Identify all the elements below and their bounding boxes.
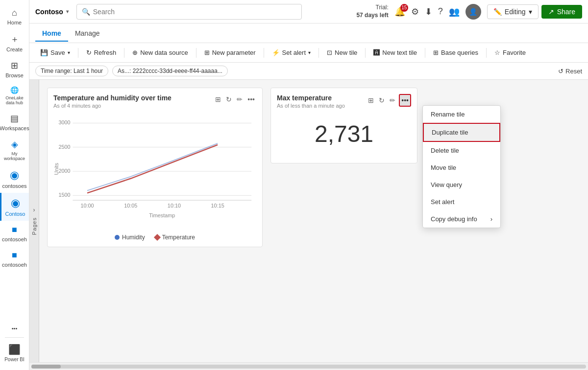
legend-temperature: Temperature	[155, 234, 195, 241]
svg-text:10:05: 10:05	[124, 203, 137, 208]
save-icon: 💾	[40, 49, 48, 56]
toolbar-divider4	[264, 48, 264, 58]
search-box[interactable]: 🔍	[76, 4, 302, 20]
new-tile-icon: ⊡	[327, 49, 332, 56]
number-tile-title: Max temperature	[277, 94, 345, 102]
toolbar-divider5	[318, 48, 319, 58]
svg-text:Timestamp: Timestamp	[149, 212, 175, 218]
new-text-tile-button[interactable]: 🅰 New text tile	[368, 46, 422, 59]
number-tile-header: Max temperature As of less than a minute…	[277, 94, 411, 109]
text-tile-icon: 🅰	[373, 49, 380, 56]
sidebar-item-contosoeh1[interactable]: ■ contosoeh	[0, 221, 29, 246]
menu-delete-tile[interactable]: Delete tile	[423, 142, 500, 159]
menu-move-tile[interactable]: Move tile	[423, 159, 500, 176]
refresh-button[interactable]: ↻ Refresh	[81, 46, 122, 59]
editing-label: Editing	[505, 8, 526, 16]
powerbi-icon: ⬛	[8, 344, 21, 355]
content-area: › Pages Temperature and humidity over ti…	[29, 80, 588, 362]
number-tile-actions: ⊞ ↻ ✏ •••	[367, 94, 411, 107]
download-icon[interactable]: ⬇	[425, 6, 432, 17]
chart-more-button[interactable]: •••	[246, 94, 256, 105]
number-tile-title-area: Max temperature As of less than a minute…	[277, 94, 345, 109]
reset-button[interactable]: ↺ Reset	[558, 68, 582, 75]
chart-tile-subtitle: As of 4 minutes ago	[53, 103, 172, 109]
new-tile-button[interactable]: ⊡ New tile	[322, 46, 362, 59]
tabbar: Home Manage	[29, 23, 588, 43]
contosoeh2-icon: ■	[12, 250, 17, 260]
chart-tile-actions: ⊞ ↻ ✏ •••	[214, 94, 256, 105]
sidebar-item-label: Create	[6, 46, 23, 52]
favorite-button[interactable]: ☆ Favorite	[490, 46, 531, 59]
sidebar-item-onelake[interactable]: 🌐 OneLakedata hub	[0, 82, 29, 109]
chart-svg: 3000 2500 2000 1500 Units	[53, 113, 256, 230]
chart-refresh-button[interactable]: ↻	[224, 94, 233, 105]
svg-text:10:15: 10:15	[211, 203, 224, 208]
toolbar-divider7	[425, 48, 425, 58]
topbar: Contoso ▾ 🔍 Trial: 57 days left 🔔 15 ⚙ ⬇…	[29, 0, 588, 23]
chart-tile: Temperature and humidity over time As of…	[47, 88, 263, 247]
editing-button[interactable]: ✏️ Editing ▾	[487, 4, 539, 19]
share-button[interactable]: ↗ Share	[541, 5, 582, 19]
settings-icon[interactable]: ⚙	[411, 6, 419, 17]
avatar[interactable]: 👤	[466, 4, 481, 20]
toolbar-divider2	[124, 48, 124, 58]
sidebar-item-label: OneLakedata hub	[5, 95, 24, 105]
filterbar: Time range: Last 1 hour As...: 2222cccc-…	[29, 63, 588, 80]
menu-view-query[interactable]: View query	[423, 176, 500, 193]
sidebar-item-myworkspace[interactable]: ◈ Myworkspace	[0, 135, 29, 165]
app-logo[interactable]: Contoso ▾	[35, 8, 69, 16]
set-alert-button[interactable]: ⚡ Set alert ▾	[267, 46, 316, 59]
sidebar-item-contosoes[interactable]: ◉ contosoes	[0, 165, 29, 193]
create-icon: ＋	[10, 33, 19, 45]
onelake-icon: 🌐	[10, 86, 19, 94]
number-more-button[interactable]: •••	[399, 94, 411, 107]
horizontal-scrollbar[interactable]	[29, 362, 588, 370]
chevron-down-icon: ▾	[66, 9, 69, 14]
temperature-label: Temperature	[162, 234, 195, 241]
sidebar-item-powerbi[interactable]: ⬛ Power BI	[2, 340, 26, 366]
workspace-filter[interactable]: As...: 2222cccc-33dd-eeee-ff44-aaaaa...	[112, 66, 228, 76]
menu-rename-tile[interactable]: Rename tile	[423, 106, 500, 123]
sidebar-item-contosoeh2[interactable]: ■ contosoeh	[0, 246, 29, 272]
search-input[interactable]	[93, 8, 296, 16]
more-icon: •••	[12, 325, 18, 331]
tab-home[interactable]: Home	[35, 25, 68, 41]
tab-manage[interactable]: Manage	[68, 25, 107, 41]
editing-chevron-icon: ▾	[529, 8, 532, 16]
chart-area: 3000 2500 2000 1500 Units	[53, 113, 256, 230]
share-people-icon[interactable]: 👥	[449, 6, 460, 17]
notification-badge: 15	[400, 4, 408, 12]
home-icon: ⌂	[12, 8, 17, 18]
number-grid-button[interactable]: ⊞	[367, 95, 375, 106]
save-chevron-icon: ▾	[68, 50, 70, 55]
svg-text:Units: Units	[53, 162, 59, 175]
notification-button[interactable]: 🔔 15	[394, 6, 405, 17]
time-range-filter[interactable]: Time range: Last 1 hour	[35, 66, 108, 76]
base-queries-button[interactable]: ⊞ Base queries	[428, 46, 483, 59]
menu-copy-debug[interactable]: Copy debug info ›	[423, 210, 500, 228]
help-icon[interactable]: ?	[438, 6, 443, 17]
save-button[interactable]: 💾 Save ▾	[35, 46, 75, 59]
scrollbar-thumb[interactable]	[31, 365, 61, 369]
number-tile-wrapper: Max temperature As of less than a minute…	[270, 88, 417, 163]
sidebar-item-create[interactable]: ＋ Create	[0, 29, 29, 56]
menu-duplicate-tile[interactable]: Duplicate tile	[423, 123, 500, 142]
sidebar-item-browse[interactable]: ⊞ Browse	[0, 56, 29, 82]
chart-tile-title: Temperature and humidity over time	[53, 94, 172, 102]
sidebar-item-more[interactable]: •••	[2, 322, 26, 335]
sidebar-item-home[interactable]: ⌂ Home	[0, 4, 29, 29]
datasource-icon: ⊕	[132, 49, 138, 56]
chart-grid-button[interactable]: ⊞	[214, 94, 222, 105]
sidebar-item-workspaces[interactable]: ▤ Workspaces	[0, 109, 29, 135]
new-parameter-button[interactable]: ⊞ New parameter	[199, 46, 261, 59]
menu-set-alert[interactable]: Set alert	[423, 193, 500, 210]
pages-panel[interactable]: › Pages	[29, 80, 39, 362]
sidebar-item-contoso[interactable]: ◉ Contoso	[0, 193, 29, 221]
new-data-source-button[interactable]: ⊕ New data source	[127, 46, 193, 59]
number-refresh-button[interactable]: ↻	[377, 95, 386, 106]
chart-edit-button[interactable]: ✏	[235, 94, 244, 105]
sidebar-item-label: Myworkspace	[4, 151, 25, 161]
contosoeh1-icon: ■	[12, 225, 17, 235]
number-edit-button[interactable]: ✏	[388, 95, 397, 106]
favorite-icon: ☆	[494, 49, 500, 56]
